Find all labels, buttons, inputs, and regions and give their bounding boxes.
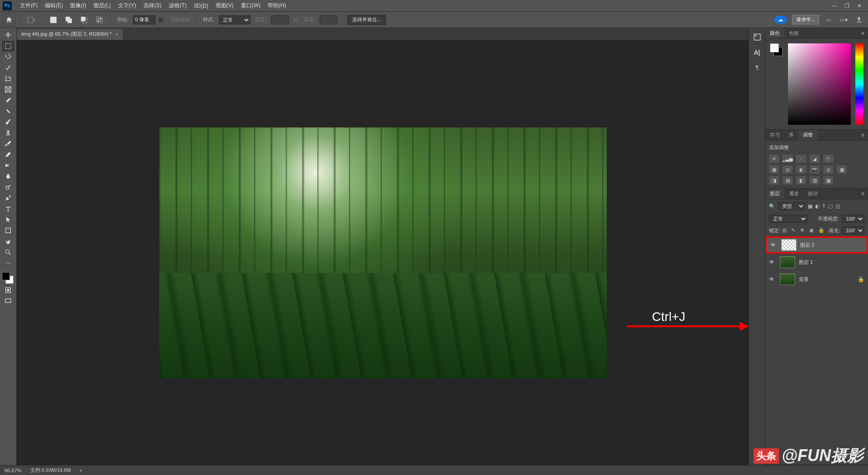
photo-filter-icon[interactable]: 📷 <box>810 165 820 174</box>
path-select-tool[interactable] <box>2 214 14 225</box>
selection-subtract-icon[interactable] <box>78 14 90 26</box>
menu-help[interactable]: 帮助(H) <box>264 2 290 9</box>
curves-icon[interactable]: ⟋ <box>796 155 806 163</box>
properties-icon[interactable] <box>753 33 762 42</box>
lock-transparency-icon[interactable]: ▧ <box>782 227 789 234</box>
layer-name[interactable]: 图层 2 <box>800 242 814 249</box>
selection-intersect-icon[interactable] <box>93 14 106 26</box>
filter-type-icon[interactable]: T <box>822 203 826 209</box>
gradient-map-icon[interactable]: ▨ <box>810 176 820 184</box>
color-swatches[interactable] <box>2 272 14 285</box>
visibility-icon[interactable]: 👁 <box>770 242 778 248</box>
marquee-preset-icon[interactable]: ▾ <box>25 14 38 26</box>
healing-tool[interactable] <box>2 106 14 117</box>
crop-tool[interactable] <box>2 73 14 84</box>
threshold-icon[interactable]: ◧ <box>796 176 806 184</box>
layer-thumbnail[interactable] <box>781 239 797 251</box>
selection-new-icon[interactable] <box>47 14 60 26</box>
pen-tool[interactable] <box>2 193 14 203</box>
dodge-tool[interactable] <box>2 182 14 193</box>
fg-color-swatch[interactable] <box>2 272 10 280</box>
bw-icon[interactable]: ◐ <box>796 165 806 174</box>
document-tab[interactable]: timg 44).jpg @ 66.7% (图层 2, RGB/8#) * × <box>17 29 123 40</box>
posterize-icon[interactable]: ▤ <box>783 176 793 184</box>
invert-icon[interactable]: ◨ <box>769 176 779 184</box>
gradient-tool[interactable] <box>2 160 14 171</box>
lasso-tool[interactable] <box>2 52 14 62</box>
history-brush-tool[interactable] <box>2 138 14 149</box>
minimize-icon[interactable]: — <box>831 3 837 9</box>
balance-icon[interactable]: ⚖ <box>783 165 793 174</box>
panel-menu-icon[interactable]: ≡ <box>858 132 868 138</box>
style-select[interactable]: 正常 <box>219 15 250 24</box>
brush-tool[interactable] <box>2 117 14 127</box>
color-mini-swatches[interactable] <box>770 43 783 57</box>
lock-icon[interactable]: 🔒 <box>858 276 864 282</box>
lock-all-icon[interactable]: 🔒 <box>818 227 826 234</box>
feather-input[interactable] <box>133 15 156 24</box>
lock-position-icon[interactable]: ✥ <box>800 227 807 234</box>
filter-adjust-icon[interactable]: ◐ <box>815 203 820 209</box>
cloud-share-button[interactable]: ☁ <box>774 16 787 24</box>
panel-menu-icon[interactable]: ≡ <box>858 191 868 197</box>
menu-window[interactable]: 窗口(W) <box>237 2 264 9</box>
hue-slider[interactable] <box>855 43 863 125</box>
menu-view[interactable]: 视图(V) <box>212 2 237 9</box>
edit-toolbar[interactable]: ⋯ <box>2 258 14 268</box>
vibrance-icon[interactable]: ▽ <box>823 155 833 163</box>
quickmask-tool[interactable] <box>2 285 14 296</box>
close-tab-icon[interactable]: × <box>115 32 118 37</box>
brightness-icon[interactable]: ☀ <box>769 155 779 163</box>
fill-select[interactable]: 100% <box>842 226 864 235</box>
menu-layer[interactable]: 图层(L) <box>90 2 115 9</box>
exposure-icon[interactable]: ◢ <box>810 155 820 163</box>
lookup-icon[interactable]: ▦ <box>837 165 847 174</box>
menu-3d[interactable]: 3D(D) <box>190 3 212 9</box>
visibility-icon[interactable]: 👁 <box>769 276 776 282</box>
character-icon[interactable]: A| <box>753 48 762 57</box>
channels-tab[interactable]: 通道 <box>784 188 803 199</box>
filter-shape-icon[interactable]: ▢ <box>828 203 833 209</box>
zoom-tool[interactable] <box>2 247 14 258</box>
blur-tool[interactable] <box>2 171 14 182</box>
move-tool[interactable] <box>2 30 14 41</box>
search-icon[interactable]: 🔍 <box>769 203 775 209</box>
arrange-icon[interactable]: ▭▾ <box>837 14 850 26</box>
shape-tool[interactable] <box>2 225 14 236</box>
canvas[interactable]: Ctrl+J <box>17 41 749 465</box>
search-box[interactable]: 请求中... <box>792 15 819 24</box>
selection-add-icon[interactable] <box>62 14 75 26</box>
menu-file[interactable]: 文件(F) <box>16 2 41 9</box>
panel-menu-icon[interactable]: ≡ <box>858 30 868 37</box>
menu-select[interactable]: 选择(S) <box>140 2 165 9</box>
layer-thumbnail[interactable] <box>780 256 795 268</box>
hand-tool[interactable] <box>2 236 14 247</box>
paths-tab[interactable]: 路径 <box>803 188 822 199</box>
levels-icon[interactable]: ▁▃▅ <box>783 155 793 163</box>
opacity-select[interactable]: 100% <box>842 215 864 223</box>
layer-name[interactable]: 背景 <box>799 276 809 283</box>
type-tool[interactable] <box>2 203 14 214</box>
filter-type-select[interactable]: 类型 <box>778 202 805 210</box>
lock-pixels-icon[interactable]: ✎ <box>791 227 798 234</box>
filter-smart-icon[interactable]: ◫ <box>835 203 840 209</box>
learn-tab[interactable]: 学习 <box>765 130 784 140</box>
maximize-icon[interactable]: ❐ <box>844 3 850 9</box>
mixer-icon[interactable]: ◎ <box>823 165 833 174</box>
menu-edit[interactable]: 编辑(E) <box>41 2 66 9</box>
paragraph-icon[interactable]: ¶ <box>753 63 762 72</box>
share-icon[interactable] <box>853 14 865 26</box>
eyedropper-tool[interactable] <box>2 95 14 106</box>
adjust-tab[interactable]: 调整 <box>798 130 817 140</box>
frame-tool[interactable] <box>2 84 14 95</box>
menu-image[interactable]: 图像(I) <box>66 2 90 9</box>
selective-icon[interactable]: ▩ <box>823 176 833 184</box>
layer-row[interactable]: 👁 图层 2 <box>765 236 868 254</box>
menu-filter[interactable]: 滤镜(T) <box>165 2 190 9</box>
filter-pixel-icon[interactable]: ▦ <box>808 203 812 209</box>
hue-icon[interactable]: ▦ <box>769 165 779 174</box>
library-tab[interactable]: 库 <box>784 130 798 140</box>
layer-row[interactable]: 👁 图层 1 <box>765 254 868 271</box>
marquee-tool[interactable] <box>2 41 14 52</box>
layer-thumbnail[interactable] <box>780 273 795 285</box>
